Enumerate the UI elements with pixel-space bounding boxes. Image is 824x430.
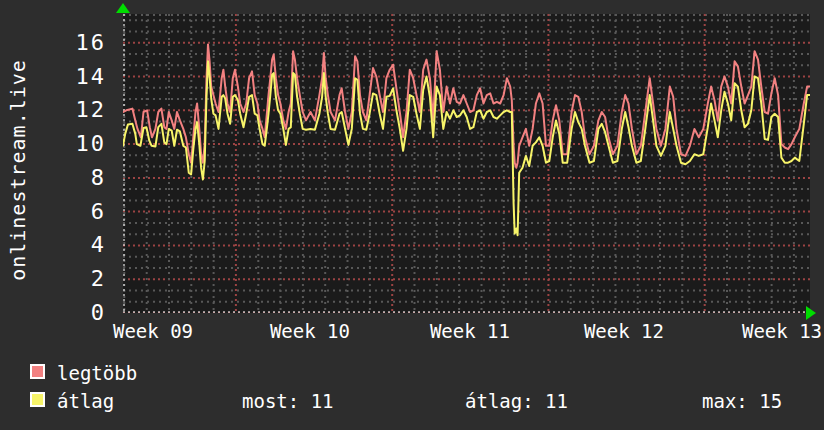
stat-max: max: 15 xyxy=(702,391,782,412)
y-axis-tick-label: 0 xyxy=(20,300,106,326)
y-axis-tick-label: 12 xyxy=(20,97,106,123)
x-axis-arrow-icon xyxy=(806,306,816,320)
y-axis-tick-label: 2 xyxy=(20,266,106,292)
legend-item-atlag: átlag most: 11 átlag: 11 max: 15 xyxy=(30,391,820,413)
rrdtool-graph-screenshot: onlinestream.live 0246810121416 Week 09W… xyxy=(0,0,824,430)
y-axis-tick-label: 8 xyxy=(20,165,106,191)
y-axis-tick-label: 14 xyxy=(20,64,106,90)
legend-label-atlag: átlag xyxy=(57,391,114,412)
x-axis-tick-label: Week 09 xyxy=(113,319,233,343)
x-axis-tick-label: Week 13 xyxy=(742,319,824,343)
x-axis-tick-label: Week 11 xyxy=(430,319,550,343)
y-axis-tick-label: 10 xyxy=(20,131,106,157)
y-axis-tick-label: 16 xyxy=(20,30,106,56)
legend-swatch-pink xyxy=(30,364,45,379)
time-series-chart xyxy=(123,14,810,313)
y-axis-tick-label: 6 xyxy=(20,199,106,225)
y-axis-arrow-icon xyxy=(116,3,130,13)
legend-swatch-yellow xyxy=(30,392,45,407)
x-axis-tick-label: Week 12 xyxy=(584,319,704,343)
y-axis-tick-label: 4 xyxy=(20,232,106,258)
stat-atlag: átlag: 11 xyxy=(465,391,568,412)
chart-canvas xyxy=(123,14,810,313)
legend-label-legtobb: legtöbb xyxy=(57,363,137,384)
stat-most: most: 11 xyxy=(242,391,334,412)
x-axis-tick-label: Week 10 xyxy=(270,319,390,343)
